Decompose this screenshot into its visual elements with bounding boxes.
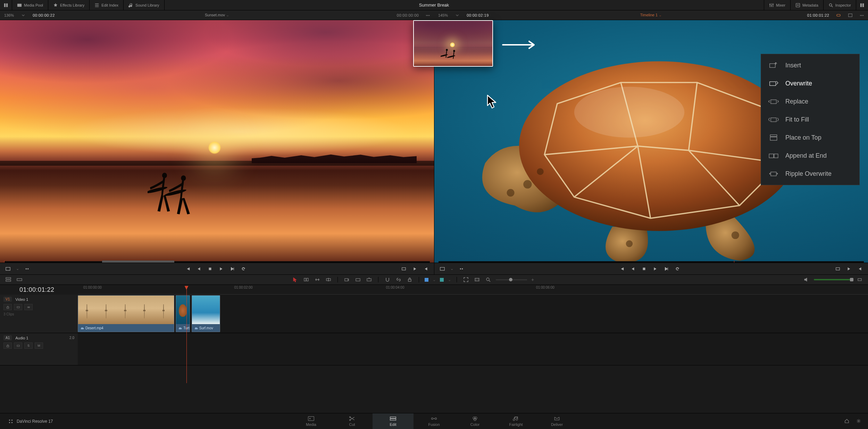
overwrite-clip-icon[interactable] [354, 276, 361, 283]
trim-tool-icon[interactable] [303, 276, 310, 283]
video-track-tag[interactable]: V1 [3, 297, 12, 302]
match-frame-icon[interactable] [458, 266, 465, 272]
menu-fit-to-fill[interactable]: Fit to Fill [761, 110, 859, 129]
custom-zoom-icon[interactable] [485, 276, 492, 283]
effects-library-tab[interactable]: Effects Library [48, 0, 90, 10]
next-frame-icon[interactable] [229, 266, 235, 272]
source-options-icon[interactable]: ••• [426, 13, 430, 17]
snapping-icon[interactable] [384, 276, 391, 283]
inspector-tab[interactable]: Inspector [823, 0, 856, 10]
lock-track-icon[interactable] [3, 343, 12, 349]
source-clip-name[interactable]: Sunset.mov ⌄ [205, 13, 229, 17]
zoom-in-icon[interactable]: + [531, 277, 534, 282]
menu-append-at-end[interactable]: Append at End [761, 147, 859, 165]
edit-index-tab[interactable]: Edit Index [90, 0, 124, 10]
link-icon[interactable] [395, 276, 402, 283]
clip-turtle[interactable]: Turt... [176, 295, 190, 332]
flag-blue-icon[interactable] [425, 278, 428, 282]
loop-icon[interactable] [240, 266, 247, 272]
menu-ripple-overwrite[interactable]: Ripple Overwrite [761, 165, 859, 183]
page-deliver[interactable]: Deliver [536, 413, 577, 429]
first-frame-icon[interactable] [185, 266, 191, 272]
stop-icon[interactable] [641, 266, 647, 272]
mark-in-icon[interactable] [846, 266, 852, 272]
auto-select-icon[interactable] [14, 343, 22, 349]
expand-panel-icon[interactable] [0, 0, 12, 10]
zoom-to-fit-icon[interactable] [462, 276, 469, 283]
audio-track-header[interactable]: A1Audio 12.0 S M [0, 333, 78, 365]
timeline-options-2-icon[interactable] [16, 276, 23, 283]
overlay-icon[interactable] [401, 266, 407, 272]
program-zoom[interactable]: 145% [438, 13, 448, 17]
detail-zoom-icon[interactable] [474, 276, 481, 283]
lock-track-icon[interactable] [3, 304, 12, 310]
menu-overwrite[interactable]: Overwrite [761, 74, 859, 92]
play-icon[interactable] [652, 266, 658, 272]
source-viewer[interactable] [0, 20, 434, 263]
auto-select-icon[interactable] [14, 304, 22, 310]
volume-slider[interactable] [814, 279, 852, 280]
replace-clip-icon[interactable] [366, 276, 373, 283]
overlay-icon[interactable] [835, 266, 841, 272]
stop-icon[interactable] [207, 266, 213, 272]
viewer-mode-icon[interactable] [5, 266, 11, 272]
first-frame-icon[interactable] [619, 266, 625, 272]
dynamic-trim-icon[interactable] [314, 276, 321, 283]
marker-teal-icon[interactable] [440, 278, 444, 282]
prev-frame-icon[interactable] [630, 266, 636, 272]
mark-out-icon[interactable] [857, 266, 863, 272]
video-track-header[interactable]: V1Video 1 3 Clips [0, 295, 78, 333]
media-pool-tab[interactable]: Media Pool [12, 0, 48, 10]
page-edit[interactable]: Edit [373, 413, 414, 429]
solo-icon[interactable]: S [24, 343, 33, 349]
playhead[interactable] [186, 286, 187, 383]
timeline-ruler[interactable]: 01:00:00:00 01:00:02:00 01:00:04:00 01:0… [78, 285, 868, 295]
next-frame-icon[interactable] [663, 266, 669, 272]
zoom-slider[interactable] [496, 279, 527, 280]
timeline-name[interactable]: Timeline 1 ⌄ [640, 13, 662, 17]
clip-surf[interactable]: Surf.mov [192, 295, 220, 332]
mark-in-icon[interactable] [412, 266, 418, 272]
menu-insert[interactable]: Insert [761, 56, 859, 74]
insert-clip-icon[interactable] [343, 276, 350, 283]
mute-track-icon[interactable]: M [35, 343, 43, 349]
link-icon[interactable] [836, 13, 841, 18]
loop-icon[interactable] [674, 266, 681, 272]
dim-icon[interactable] [856, 276, 863, 283]
metadata-tab[interactable]: Metadata [790, 0, 823, 10]
play-icon[interactable] [218, 266, 224, 272]
audio-track-lane[interactable] [78, 333, 868, 365]
mark-out-icon[interactable] [423, 266, 429, 272]
page-color[interactable]: Color [454, 413, 495, 429]
page-fairlight[interactable]: Fairlight [495, 413, 536, 429]
expand-panel-right-icon[interactable] [856, 0, 868, 10]
mute-icon[interactable] [803, 276, 810, 283]
settings-icon[interactable] [856, 419, 861, 424]
match-frame-icon[interactable] [24, 266, 30, 272]
selection-tool-icon[interactable] [292, 276, 299, 283]
program-options-icon[interactable]: ••• [860, 13, 864, 17]
menu-replace[interactable]: Replace [761, 92, 859, 110]
blade-tool-icon[interactable] [325, 276, 332, 283]
program-scrubber[interactable] [439, 261, 864, 263]
chevron-down-icon[interactable] [21, 13, 26, 18]
viewer-mode-icon[interactable] [439, 266, 445, 272]
timeline-view-options-icon[interactable] [5, 276, 12, 283]
page-fusion[interactable]: Fusion [414, 413, 454, 429]
mixer-tab[interactable]: Mixer [764, 0, 790, 10]
prev-frame-icon[interactable] [196, 266, 202, 272]
menu-place-on-top[interactable]: Place on Top [761, 129, 859, 147]
source-scrubber[interactable] [4, 261, 430, 263]
home-icon[interactable] [844, 419, 849, 424]
page-cut[interactable]: Cut [332, 413, 373, 429]
chevron-down-icon[interactable] [455, 13, 460, 18]
disable-track-icon[interactable] [24, 304, 33, 310]
video-track-lane[interactable]: Desert.mp4 Turt... Surf.mov [78, 295, 868, 333]
expand-icon[interactable] [848, 13, 853, 18]
audio-track-tag[interactable]: A1 [3, 335, 12, 340]
clip-desert[interactable]: Desert.mp4 [78, 295, 174, 332]
sound-library-tab[interactable]: Sound Library [124, 0, 165, 10]
lock-icon[interactable] [406, 276, 413, 283]
page-media[interactable]: Media [291, 413, 332, 429]
source-zoom[interactable]: 136% [4, 13, 14, 17]
